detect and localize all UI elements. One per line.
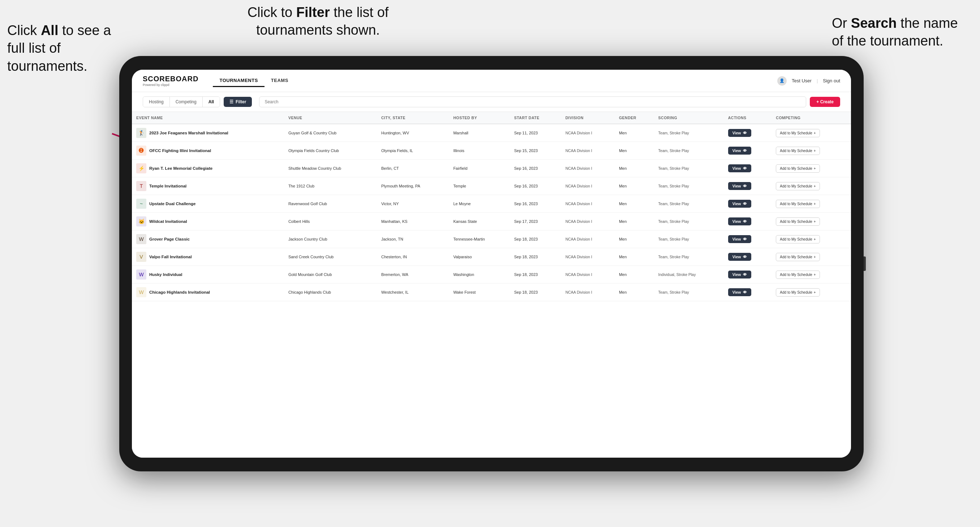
col-hosted-by: HOSTED BY	[449, 112, 509, 124]
competing-filter-btn[interactable]: Competing	[169, 97, 202, 107]
cell-division-3: NCAA Division I	[561, 177, 615, 195]
cell-competing-5: Add to My Schedule +	[772, 213, 851, 230]
cell-venue-6: Jackson Country Club	[284, 230, 377, 248]
cell-actions-4: View 👁	[724, 195, 772, 213]
cell-city-1: Olympia Fields, IL	[377, 142, 449, 160]
search-input[interactable]	[259, 97, 806, 107]
add-schedule-button-3[interactable]: Add to My Schedule +	[776, 182, 819, 190]
col-competing: COMPETING	[772, 112, 851, 124]
logo-title: SCOREBOARD	[143, 75, 198, 83]
cell-date-5: Sep 17, 2023	[510, 213, 561, 230]
cell-gender-0: Men	[615, 124, 654, 142]
cell-scoring-9: Team, Stroke Play	[654, 284, 724, 301]
tablet-frame: SCOREBOARD Powered by clippd TOURNAMENTS…	[119, 56, 864, 471]
col-scoring: SCORING	[654, 112, 724, 124]
cell-division-9: NCAA Division I	[561, 284, 615, 301]
cell-date-2: Sep 16, 2023	[510, 160, 561, 177]
cell-event-name-4: ~ Upstate Dual Challenge	[132, 195, 284, 213]
eye-icon-0: 👁	[743, 131, 747, 135]
cell-date-9: Sep 18, 2023	[510, 284, 561, 301]
annotation-topleft: Click All to see a full list of tourname…	[7, 22, 116, 75]
cell-event-name-1: 🅘 OFCC Fighting Illini Invitational	[132, 142, 284, 160]
logo-subtitle: Powered by clippd	[143, 83, 198, 87]
event-name-0: 2023 Joe Feaganes Marshall Invitational	[149, 131, 228, 135]
cell-hosted-8: Washington	[449, 266, 509, 284]
view-button-7[interactable]: View 👁	[728, 253, 751, 261]
nav-tab-teams[interactable]: TEAMS	[264, 75, 295, 87]
table-row: T Temple Invitational The 1912 Club Plym…	[132, 177, 851, 195]
team-logo-7: V	[136, 252, 146, 262]
cell-venue-1: Olympia Fields Country Club	[284, 142, 377, 160]
cell-date-1: Sep 15, 2023	[510, 142, 561, 160]
eye-icon-2: 👁	[743, 166, 747, 170]
cell-division-5: NCAA Division I	[561, 213, 615, 230]
tablet-screen: SCOREBOARD Powered by clippd TOURNAMENTS…	[132, 70, 851, 458]
add-schedule-button-1[interactable]: Add to My Schedule +	[776, 147, 819, 155]
cell-gender-3: Men	[615, 177, 654, 195]
table-row: ~ Upstate Dual Challenge Ravenwood Golf …	[132, 195, 851, 213]
view-button-5[interactable]: View 👁	[728, 217, 751, 225]
filter-button-label: Filter	[235, 99, 246, 105]
cell-competing-7: Add to My Schedule +	[772, 248, 851, 266]
annotation-topmid: Click to Filter the list of tournaments …	[217, 3, 419, 40]
add-schedule-button-0[interactable]: Add to My Schedule +	[776, 129, 819, 137]
plus-icon-1: +	[814, 149, 816, 153]
cell-actions-0: View 👁	[724, 124, 772, 142]
cell-venue-4: Ravenwood Golf Club	[284, 195, 377, 213]
cell-division-4: NCAA Division I	[561, 195, 615, 213]
table-row: 🏌️ 2023 Joe Feaganes Marshall Invitation…	[132, 124, 851, 142]
col-gender: GENDER	[615, 112, 654, 124]
all-filter-btn[interactable]: All	[202, 97, 220, 107]
eye-icon-8: 👁	[743, 272, 747, 277]
cell-event-name-6: W Grover Page Classic	[132, 230, 284, 248]
view-button-2[interactable]: View 👁	[728, 164, 751, 172]
event-name-4: Upstate Dual Challenge	[149, 202, 196, 206]
view-button-4[interactable]: View 👁	[728, 200, 751, 208]
add-schedule-button-7[interactable]: Add to My Schedule +	[776, 253, 819, 261]
view-button-9[interactable]: View 👁	[728, 288, 751, 296]
plus-icon-5: +	[814, 220, 816, 224]
table-row: W Chicago Highlands Invitational Chicago…	[132, 284, 851, 301]
create-button[interactable]: + Create	[810, 97, 840, 107]
filter-button[interactable]: ☰ Filter	[224, 97, 252, 107]
view-button-3[interactable]: View 👁	[728, 182, 751, 190]
nav-tab-tournaments[interactable]: TOURNAMENTS	[213, 75, 264, 87]
signout-link[interactable]: Sign out	[823, 78, 840, 83]
team-logo-9: W	[136, 287, 146, 297]
cell-city-9: Westchester, IL	[377, 284, 449, 301]
add-schedule-button-8[interactable]: Add to My Schedule +	[776, 271, 819, 279]
cell-date-7: Sep 18, 2023	[510, 248, 561, 266]
event-name-6: Grover Page Classic	[149, 237, 190, 241]
cell-event-name-2: ⚡ Ryan T. Lee Memorial Collegiate	[132, 160, 284, 177]
cell-scoring-4: Team, Stroke Play	[654, 195, 724, 213]
filter-icon: ☰	[229, 99, 234, 105]
table-body: 🏌️ 2023 Joe Feaganes Marshall Invitation…	[132, 124, 851, 301]
cell-competing-6: Add to My Schedule +	[772, 230, 851, 248]
cell-event-name-7: V Valpo Fall Invitational	[132, 248, 284, 266]
table-row: 🅘 OFCC Fighting Illini Invitational Olym…	[132, 142, 851, 160]
filter-btn-group: Hosting Competing All	[143, 97, 220, 107]
cell-scoring-5: Team, Stroke Play	[654, 213, 724, 230]
add-schedule-button-6[interactable]: Add to My Schedule +	[776, 235, 819, 243]
cell-division-8: NCAA Division I	[561, 266, 615, 284]
team-logo-2: ⚡	[136, 163, 146, 173]
event-name-1: OFCC Fighting Illini Invitational	[149, 148, 211, 153]
cell-division-0: NCAA Division I	[561, 124, 615, 142]
eye-icon-6: 👁	[743, 237, 747, 241]
hosting-filter-btn[interactable]: Hosting	[143, 97, 169, 107]
cell-hosted-7: Valparaiso	[449, 248, 509, 266]
view-button-0[interactable]: View 👁	[728, 129, 751, 137]
view-button-6[interactable]: View 👁	[728, 235, 751, 243]
add-schedule-button-4[interactable]: Add to My Schedule +	[776, 200, 819, 208]
cell-gender-9: Men	[615, 284, 654, 301]
cell-scoring-6: Team, Stroke Play	[654, 230, 724, 248]
add-schedule-button-2[interactable]: Add to My Schedule +	[776, 164, 819, 173]
cell-competing-0: Add to My Schedule +	[772, 124, 851, 142]
view-button-1[interactable]: View 👁	[728, 147, 751, 155]
add-schedule-button-9[interactable]: Add to My Schedule +	[776, 288, 819, 297]
cell-gender-4: Men	[615, 195, 654, 213]
col-event-name: EVENT NAME	[132, 112, 284, 124]
cell-competing-3: Add to My Schedule +	[772, 177, 851, 195]
add-schedule-button-5[interactable]: Add to My Schedule +	[776, 217, 819, 226]
view-button-8[interactable]: View 👁	[728, 271, 751, 278]
